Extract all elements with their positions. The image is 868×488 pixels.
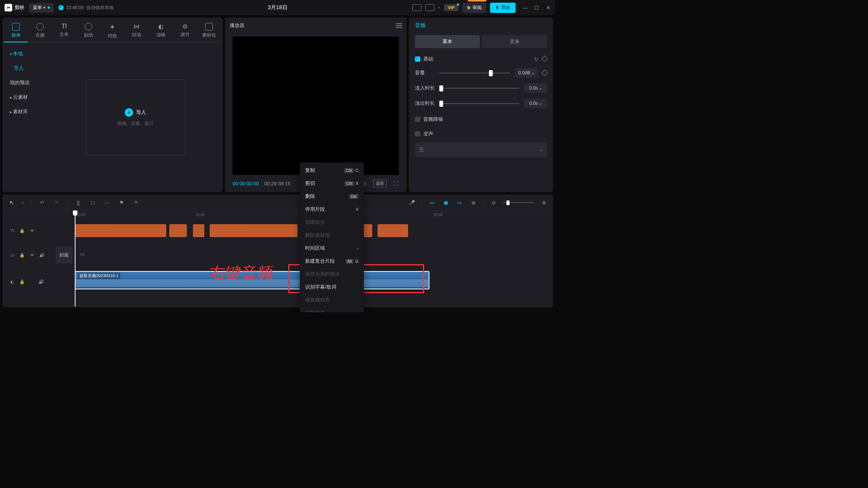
timeline-body[interactable]: 00:00 10:00 30:00 TI 🔒 👁 ▭ [2, 211, 553, 307]
close-button[interactable]: ✕ [545, 5, 551, 10]
keyboard-shortcuts-icon[interactable] [412, 4, 421, 11]
audio-track: ◐ 🔒 🔊 提取音频20230318-1 [2, 272, 553, 291]
tab-transition[interactable]: ⋈转场 [125, 21, 149, 42]
project-title[interactable]: 3月18日 [268, 4, 287, 11]
properties-panel: 音频 基本 变速 基础 ↻ 音量 0.0dB◆ 淡入时长 [409, 18, 553, 192]
fullscreen-icon[interactable]: ⛶ [392, 180, 399, 187]
props-title: 音频 [415, 22, 547, 29]
import-button[interactable]: + 导入 [125, 108, 146, 117]
menu-ungroup: 解除素材包 [300, 229, 364, 242]
voice-toggle[interactable] [415, 131, 420, 136]
fadeout-slider[interactable] [439, 103, 519, 104]
tab-adjust[interactable]: ⚙调节 [173, 21, 197, 42]
main-menu-button[interactable]: 菜单 ▾ [29, 3, 54, 13]
lock-icon[interactable]: 🔒 [19, 228, 25, 234]
player-viewport[interactable] [233, 37, 399, 175]
tab-sticker[interactable]: 贴纸 [76, 21, 100, 42]
import-drop-zone[interactable]: + 导入 视频、音频、图片 [86, 79, 185, 156]
zoom-slider[interactable] [503, 202, 534, 203]
media-sidebar: 本地 导入 我的预设 云素材 素材库 [2, 43, 48, 192]
pointer-tool[interactable]: ↖ [8, 199, 15, 207]
volume-keyframe[interactable] [542, 70, 548, 76]
menu-cut[interactable]: 剪切 CtrlX [300, 177, 364, 190]
crop-tool[interactable]: ◻ [89, 199, 96, 207]
fadein-slider[interactable] [439, 88, 519, 89]
clip-icon: ▭ [80, 251, 88, 259]
fadein-value[interactable]: 0.0s◆ [524, 83, 547, 93]
voice-dropdown[interactable]: 无 ⌄ [415, 143, 547, 157]
media-panel: 媒体 音频 TI文本 贴纸 ✦特效 ⋈转场 ◐滤镜 ⚙调节 素材包 本地 导入 … [2, 18, 223, 192]
maximize-button[interactable]: ☐ [534, 5, 539, 10]
zoom-in-icon[interactable]: ⊕ [540, 199, 548, 207]
align-icon[interactable]: ⊕ [469, 199, 477, 207]
redo-button[interactable]: ↷ [53, 199, 60, 207]
basic-toggle[interactable] [415, 56, 420, 62]
player-menu-icon[interactable] [396, 23, 402, 28]
menu-disable[interactable]: 停用片段 V [300, 203, 364, 216]
cover-thumbnail[interactable]: 封面 [56, 247, 72, 263]
menu-link-media: 链接媒体 [300, 307, 364, 312]
flag-tool[interactable]: ⚑ [118, 199, 125, 207]
volume-slider[interactable] [439, 72, 510, 74]
sidebar-item-preset[interactable]: 我的预设 [2, 75, 48, 90]
tab-audio[interactable]: 音频 [28, 21, 52, 42]
text-clip[interactable] [169, 224, 187, 237]
text-clip[interactable] [210, 224, 297, 237]
text-clip[interactable] [378, 224, 408, 237]
tab-filter[interactable]: ◐滤镜 [149, 21, 173, 42]
magnet-right-icon[interactable]: ▭ [456, 199, 463, 207]
keyframe-icon[interactable] [542, 55, 548, 62]
context-menu: 复制 CtrlC 剪切 CtrlX 删除 Del 停用片段 V 创建组合 解除素… [300, 162, 364, 312]
app-name: 剪映 [14, 4, 24, 11]
menu-compound[interactable]: 新建复合片段 AltG [300, 255, 364, 268]
vip-badge[interactable]: VIP [444, 4, 458, 11]
tab-effect[interactable]: ✦特效 [100, 21, 124, 42]
magnet-center-icon[interactable]: ▣ [442, 199, 450, 207]
lock-icon[interactable]: 🔒 [19, 279, 25, 285]
sidebar-item-cloud[interactable]: 云素材 [2, 90, 48, 104]
tab-basic[interactable]: 基本 [415, 35, 480, 48]
menu-recognize-subtitle[interactable]: 识别字幕/歌词 [300, 281, 364, 294]
current-time: 00:00:00:00 [233, 181, 259, 186]
lock-icon[interactable]: 🔒 [19, 252, 25, 258]
tab-media[interactable]: 媒体 [4, 21, 28, 42]
fadeout-value[interactable]: 0.0s◆ [524, 98, 547, 108]
menu-copy[interactable]: 复制 CtrlC [300, 164, 364, 177]
speaker-icon[interactable]: 🔊 [38, 279, 44, 285]
reset-icon[interactable]: ↻ [534, 56, 538, 62]
notification-pill[interactable] [468, 0, 487, 2]
denoise-toggle[interactable] [415, 117, 420, 122]
zoom-out-icon[interactable]: ⊖ [490, 199, 497, 207]
sticker-icon [85, 23, 92, 30]
volume-value[interactable]: 0.0dB◆ [515, 68, 538, 78]
undo-button[interactable]: ↶ [38, 199, 46, 207]
chevron-right-icon: › [357, 246, 358, 251]
sidebar-item-library[interactable]: 素材库 [2, 104, 48, 119]
minimize-button[interactable]: — [522, 5, 528, 10]
layout-icon[interactable] [425, 4, 434, 11]
fadeout-label: 淡出时长 [415, 100, 435, 107]
menu-delete[interactable]: 删除 Del [300, 190, 364, 203]
audio-clip-label: 提取音频20230318-1 [78, 273, 120, 279]
playhead[interactable] [75, 211, 76, 307]
eye-icon[interactable]: 👁 [29, 252, 35, 258]
split-tool[interactable]: ][ [74, 199, 82, 207]
speaker-icon[interactable]: 🔊 [39, 252, 45, 258]
tab-package[interactable]: 素材包 [197, 21, 221, 42]
mic-icon[interactable]: 🎤 [408, 199, 416, 207]
text-clip[interactable] [75, 224, 166, 237]
review-button[interactable]: ⊕ 审阅 [462, 3, 486, 13]
video-track-icon: ▭ [9, 252, 15, 258]
tab-text[interactable]: TI文本 [52, 21, 76, 42]
sidebar-item-import[interactable]: 导入 [2, 61, 48, 75]
total-time: 00:29:38:15 [264, 181, 291, 186]
export-button[interactable]: ⬆ 导出 [490, 3, 516, 13]
tab-speed[interactable]: 变速 [482, 35, 547, 48]
text-clip[interactable] [193, 224, 204, 237]
menu-time-region[interactable]: 时间区域 › [300, 242, 364, 255]
eye-icon[interactable]: 👁 [29, 228, 35, 234]
magnet-left-icon[interactable]: ▭ [428, 199, 436, 207]
sidebar-item-local[interactable]: 本地 [2, 47, 48, 61]
plus-icon: + [125, 108, 133, 117]
fit-button[interactable]: 适应 [373, 180, 387, 188]
